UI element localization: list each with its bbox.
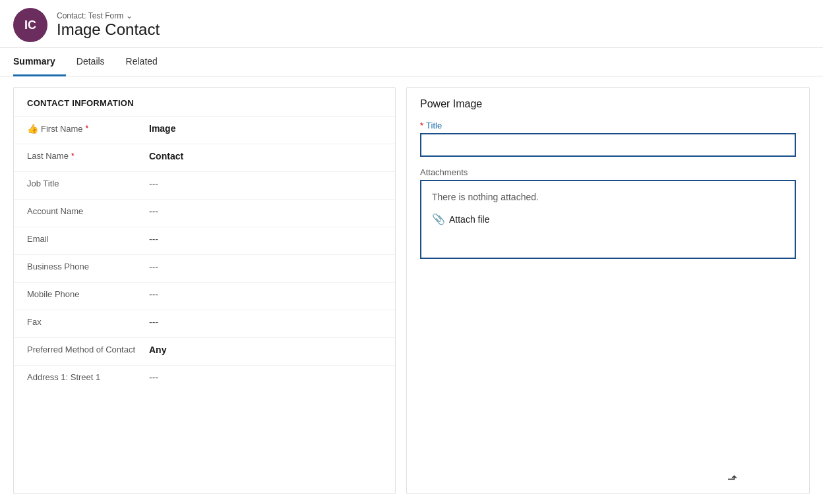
field-value-mobilephone[interactable]: --- xyxy=(149,289,382,300)
attachments-label-text: Attachments xyxy=(420,167,468,177)
field-value-businessphone[interactable]: --- xyxy=(149,262,382,272)
attachments-field-group: Attachments There is nothing attached. 📎… xyxy=(420,167,796,259)
header-info: Contact: Test Form ⌄ Image Contact xyxy=(57,11,160,39)
section-title: CONTACT INFORMATION xyxy=(14,88,395,116)
field-row-businessphone: Business Phone --- xyxy=(14,254,395,282)
contact-form-label: Contact: Test Form ⌄ xyxy=(57,11,160,20)
field-value-lastname[interactable]: Contact xyxy=(149,151,382,161)
field-label-businessphone: Business Phone xyxy=(27,262,149,271)
field-value-fax[interactable]: --- xyxy=(149,317,382,327)
title-field-group: * Title xyxy=(420,121,796,157)
field-label-email: Email xyxy=(27,234,149,244)
field-row-street1: Address 1: Street 1 --- xyxy=(14,365,395,393)
thumb-icon: 👍 xyxy=(27,123,38,134)
field-value-email[interactable]: --- xyxy=(149,234,382,244)
tab-summary[interactable]: Summary xyxy=(13,48,66,76)
power-image-title: Power Image xyxy=(420,98,796,110)
attach-file-button[interactable]: 📎 Attach file xyxy=(432,213,784,225)
field-row-mobilephone: Mobile Phone --- xyxy=(14,282,395,310)
required-star-lastname: * xyxy=(71,152,75,161)
tab-details[interactable]: Details xyxy=(66,48,115,76)
field-value-jobtitle[interactable]: --- xyxy=(149,179,382,189)
nothing-attached-text: There is nothing attached. xyxy=(432,192,784,202)
title-required-star: * xyxy=(420,121,423,130)
header: IC Contact: Test Form ⌄ Image Contact xyxy=(0,0,823,48)
title-label-text: Title xyxy=(426,121,442,130)
title-input[interactable] xyxy=(420,133,796,157)
field-label-street1: Address 1: Street 1 xyxy=(27,372,149,382)
field-label-fax: Fax xyxy=(27,317,149,327)
field-label-lastname: Last Name * xyxy=(27,151,149,161)
title-field-label: * Title xyxy=(420,121,796,130)
power-image-panel: Power Image * Title Attachments There is… xyxy=(406,87,810,494)
field-label-preferred-contact: Preferred Method of Contact xyxy=(27,345,149,354)
main-content: CONTACT INFORMATION 👍 First Name * Image… xyxy=(0,76,823,504)
attach-file-label: Attach file xyxy=(449,214,489,225)
field-row-email: Email --- xyxy=(14,227,395,254)
field-row-accountname: Account Name --- xyxy=(14,199,395,227)
field-row-jobtitle: Job Title --- xyxy=(14,171,395,199)
field-value-street1[interactable]: --- xyxy=(149,372,382,383)
field-label-accountname: Account Name xyxy=(27,206,149,216)
tab-related[interactable]: Related xyxy=(115,48,168,76)
attachments-label: Attachments xyxy=(420,167,796,177)
contact-information-panel: CONTACT INFORMATION 👍 First Name * Image… xyxy=(13,87,396,494)
field-value-accountname[interactable]: --- xyxy=(149,206,382,217)
tabs-bar: Summary Details Related xyxy=(0,48,823,76)
attachments-box: There is nothing attached. 📎 Attach file xyxy=(420,180,796,259)
field-value-preferred-contact[interactable]: Any xyxy=(149,345,382,355)
field-row-firstname: 👍 First Name * Image xyxy=(14,116,395,144)
field-row-lastname: Last Name * Contact xyxy=(14,144,395,171)
field-row-fax: Fax --- xyxy=(14,310,395,337)
required-star-firstname: * xyxy=(86,124,89,133)
field-label-firstname: 👍 First Name * xyxy=(27,123,149,134)
contact-name: Image Contact xyxy=(57,20,160,39)
avatar: IC xyxy=(13,8,47,42)
field-value-firstname[interactable]: Image xyxy=(149,123,382,134)
paperclip-icon: 📎 xyxy=(432,213,445,225)
field-label-mobilephone: Mobile Phone xyxy=(27,289,149,299)
chevron-down-icon[interactable]: ⌄ xyxy=(126,11,133,20)
field-row-preferred-contact: Preferred Method of Contact Any xyxy=(14,337,395,365)
field-label-jobtitle: Job Title xyxy=(27,179,149,188)
form-label-text: Contact: Test Form xyxy=(57,11,123,20)
